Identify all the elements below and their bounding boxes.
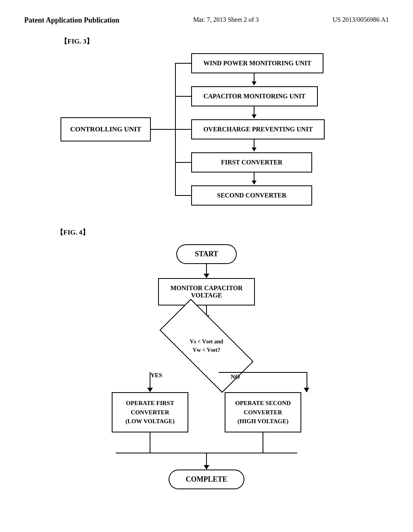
box2-connector (175, 96, 191, 97)
second-converter-box: SECOND CONVERTER (191, 185, 312, 206)
page-header: Patent Application Publication Mar. 7, 2… (24, 16, 389, 25)
operate-second-converter-box: OPERATE SECOND CONVERTER (HIGH VOLTAGE) (225, 392, 301, 432)
controlling-unit-box: CONTROLLING UNIT (60, 117, 151, 141)
arrow4-head (252, 181, 257, 185)
arrow1-line (254, 73, 254, 81)
arrow1-head (252, 81, 257, 85)
arrow2-head (252, 114, 257, 118)
arrow3-line (254, 139, 254, 148)
publication-label: Patent Application Publication (24, 16, 119, 25)
complete-terminal: COMPLETE (169, 470, 244, 489)
capacitor-monitoring-unit: CAPACITOR MONITORING UNIT (191, 86, 317, 106)
fig3-label: 【FIG. 3】 (60, 37, 389, 46)
arrow3-head (252, 148, 257, 152)
arrow-start-monitor (206, 264, 207, 274)
h-connector-line (151, 129, 175, 130)
decision-text: Vs < Vset and Vw < Vset? (190, 337, 223, 354)
arrowhead-start (204, 274, 209, 278)
monitor-capacitor-box: MONITOR CAPACITOR VOLTAGE (158, 278, 254, 305)
no-label: NO (231, 374, 240, 380)
box1-connector (175, 63, 191, 64)
box4-connector (175, 162, 191, 163)
decision-diamond-container: Vs < Vset and Vw < Vset? (154, 320, 259, 372)
operate-first-converter-box: OPERATE FIRST CONVERTER (LOW VOLTAGE) (112, 392, 188, 432)
fig4-label: 【FIG. 4】 (56, 228, 389, 237)
overcharge-preventing-unit: OVERCHARGE PREVENTING UNIT (191, 119, 325, 139)
box5-connector (175, 195, 191, 196)
arrow4-line (254, 172, 254, 181)
wind-power-monitoring-unit: WIND POWER MONITORING UNIT (191, 53, 323, 73)
first-converter-box: FIRST CONVERTER (191, 152, 312, 172)
vertical-connector (175, 63, 176, 195)
arrow2-line (254, 106, 254, 114)
yes-label: YES (150, 372, 162, 379)
start-terminal: START (176, 244, 237, 264)
date-sheet-label: Mar. 7, 2013 Sheet 2 of 3 (193, 16, 259, 23)
box3-connector (175, 129, 191, 130)
patent-number: US 2013/0056986 A1 (332, 16, 389, 23)
